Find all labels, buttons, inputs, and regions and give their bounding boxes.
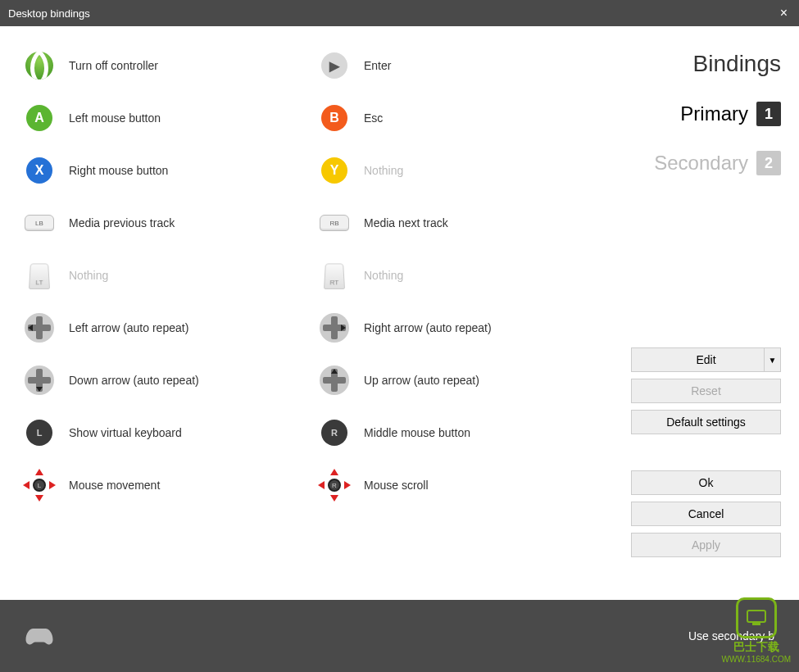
sidebar-heading: Bindings	[631, 51, 781, 77]
sidebar-buttons: Edit ▼ Reset Default settings Ok Cancel …	[631, 347, 781, 557]
binding-row-ls[interactable]: LShow virtual keyboard	[25, 418, 320, 447]
sidebar: Bindings Primary 1 Secondary 2 Edit ▼ Re…	[631, 26, 799, 600]
watermark-text1: 巴士下载	[722, 640, 791, 655]
binding-label: Nothing	[364, 164, 403, 177]
lt-icon: LT	[25, 261, 54, 290]
rs-icon: R	[320, 418, 349, 447]
binding-label: Mouse scroll	[364, 479, 429, 492]
binding-row-lt[interactable]: LTNothing	[25, 261, 320, 290]
binding-row-ls-move[interactable]: LMouse movement	[25, 470, 320, 500]
binding-label: Esc	[364, 111, 383, 125]
binding-label: Nothing	[364, 269, 403, 282]
tab-secondary-label: Secondary	[654, 152, 748, 175]
edit-button-label: Edit	[696, 353, 715, 366]
a-icon: A	[25, 103, 54, 133]
default-settings-label: Default settings	[666, 415, 746, 429]
binding-label: Middle mouse button	[364, 426, 470, 439]
rt-icon: RT	[320, 261, 349, 290]
binding-label: Enter	[364, 59, 391, 72]
binding-row-lb[interactable]: LBMedia previous track	[25, 208, 320, 238]
binding-label: Nothing	[69, 269, 108, 282]
reset-button[interactable]: Reset	[631, 379, 781, 403]
binding-row-dpad-up[interactable]: Up arrow (auto repeat)	[320, 366, 615, 395]
binding-row-dpad-right[interactable]: Right arrow (auto repeat)	[320, 313, 615, 343]
rb-icon: RB	[320, 208, 349, 238]
cancel-button[interactable]: Cancel	[631, 502, 781, 526]
binding-row-start[interactable]: ▶Enter	[320, 51, 615, 80]
binding-row-rs-move[interactable]: RMouse scroll	[320, 470, 615, 500]
ok-button-label: Ok	[699, 476, 714, 489]
dpad-up-icon	[320, 366, 349, 395]
binding-row-rb[interactable]: RBMedia next track	[320, 208, 615, 238]
binding-label: Show virtual keyboard	[69, 426, 182, 439]
binding-row-b[interactable]: BEsc	[320, 103, 615, 133]
tab-secondary-num: 2	[756, 151, 781, 175]
tab-primary-num: 1	[756, 102, 781, 126]
bindings-column-left: Turn off controllerALeft mouse buttonXRi…	[25, 51, 320, 583]
binding-row-a[interactable]: ALeft mouse button	[25, 103, 320, 133]
ok-button[interactable]: Ok	[631, 470, 781, 495]
reset-button-label: Reset	[691, 384, 721, 397]
x-icon: X	[25, 156, 54, 185]
b-icon: B	[320, 103, 349, 133]
tab-primary-label: Primary	[680, 102, 748, 125]
close-icon[interactable]: ×	[777, 6, 791, 20]
svg-rect-0	[747, 611, 765, 622]
window-title: Desktop bindings	[8, 7, 90, 20]
binding-label: Media previous track	[69, 216, 175, 229]
svg-rect-1	[752, 622, 760, 625]
apply-button[interactable]: Apply	[631, 533, 781, 557]
binding-row-dpad-left[interactable]: Left arrow (auto repeat)	[25, 313, 320, 343]
binding-row-rs[interactable]: RMiddle mouse button	[320, 418, 615, 447]
binding-row-rt[interactable]: RTNothing	[320, 261, 615, 290]
bindings-column-right: ▶EnterBEscYNothingRBMedia next trackRTNo…	[320, 51, 615, 583]
tab-secondary[interactable]: Secondary 2	[631, 151, 781, 175]
main-content: Turn off controllerALeft mouse buttonXRi…	[0, 26, 799, 600]
binding-label: Media next track	[364, 216, 448, 229]
apply-button-label: Apply	[692, 538, 720, 552]
dpad-right-icon	[320, 313, 349, 343]
dpad-left-icon	[25, 313, 54, 343]
cancel-button-label: Cancel	[688, 507, 724, 520]
binding-row-y[interactable]: YNothing	[320, 156, 615, 185]
binding-label: Down arrow (auto repeat)	[69, 374, 199, 387]
ls-move-icon: L	[25, 470, 54, 500]
edit-dropdown-icon[interactable]: ▼	[764, 348, 780, 371]
lb-icon: LB	[25, 208, 54, 238]
watermark-icon	[736, 597, 777, 638]
controller-icon	[25, 626, 54, 646]
xbox-icon	[25, 51, 54, 80]
binding-label: Right arrow (auto repeat)	[364, 321, 492, 334]
binding-row-dpad-down[interactable]: Down arrow (auto repeat)	[25, 366, 320, 395]
binding-row-x[interactable]: XRight mouse button	[25, 156, 320, 185]
binding-row-xbox[interactable]: Turn off controller	[25, 51, 320, 80]
binding-label: Right mouse button	[69, 164, 168, 177]
ls-icon: L	[25, 418, 54, 447]
rs-move-icon: R	[320, 470, 349, 500]
titlebar: Desktop bindings ×	[0, 0, 799, 26]
tab-primary[interactable]: Primary 1	[631, 102, 781, 126]
footer: Use secondary b	[0, 600, 799, 672]
watermark: 巴士下载 WWW.11684.COM	[722, 597, 791, 664]
start-icon: ▶	[320, 51, 349, 80]
bindings-area: Turn off controllerALeft mouse buttonXRi…	[0, 26, 631, 600]
y-icon: Y	[320, 156, 349, 185]
default-settings-button[interactable]: Default settings	[631, 410, 781, 434]
binding-label: Mouse movement	[69, 479, 160, 492]
edit-button[interactable]: Edit ▼	[631, 347, 781, 372]
binding-label: Up arrow (auto repeat)	[364, 374, 479, 387]
watermark-text2: WWW.11684.COM	[722, 655, 791, 664]
binding-label: Left arrow (auto repeat)	[69, 321, 188, 334]
dpad-down-icon	[25, 366, 54, 395]
binding-label: Turn off controller	[69, 59, 158, 72]
binding-label: Left mouse button	[69, 111, 161, 125]
